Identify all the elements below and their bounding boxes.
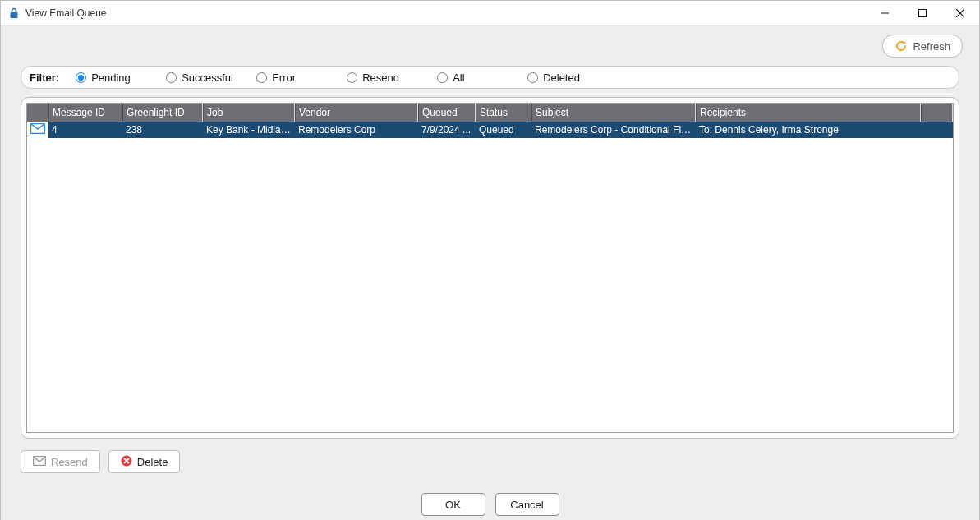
filter-bar: Filter: PendingSuccessfulErrorResendAllD… [21,66,959,89]
refresh-button[interactable]: Refresh [882,35,963,58]
svg-rect-2 [919,10,927,17]
radio-icon [347,72,357,83]
minimize-button[interactable] [866,1,904,25]
cell-status: Queued [476,124,531,136]
svg-rect-0 [11,12,18,18]
delete-button[interactable]: Delete [108,450,181,473]
filter-radio-label: Deleted [543,71,580,84]
col-message-id[interactable]: Message ID [48,104,122,122]
col-subject[interactable]: Subject [531,104,696,122]
close-button[interactable] [941,1,979,25]
cell-queued: 7/9/2024 ... [418,124,476,136]
radio-icon [437,72,448,83]
table-row[interactable]: 4238Key Bank - MidlandRemodelers Corp7/9… [27,122,953,138]
resend-button[interactable]: Resend [21,450,100,473]
filter-label: Filter: [30,71,59,84]
actions-bottom: Resend Delete [1,447,979,473]
window-title: View Email Queue [25,7,107,19]
row-icon-cell [27,122,48,138]
window-controls [866,1,979,25]
resend-label: Resend [51,456,88,468]
cell-greenlight: 238 [122,124,203,136]
filter-radio-pending[interactable]: Pending [76,71,166,84]
filter-radio-label: Pending [91,71,131,84]
cell-job: Key Bank - Midland [203,124,295,136]
filter-radio-all[interactable]: All [437,71,527,84]
col-status[interactable]: Status [476,104,531,122]
grid-body: 4238Key Bank - MidlandRemodelers Corp7/9… [27,122,953,432]
col-greenlight[interactable]: Greenlight ID [122,104,203,122]
titlebar: View Email Queue [1,1,979,26]
cell-vendor: Remodelers Corp [295,124,418,136]
ok-button[interactable]: OK [421,493,485,516]
filter-radio-group: PendingSuccessfulErrorResendAllDeleted [76,71,954,84]
toolbar-top: Refresh [1,26,979,61]
col-end [921,104,953,122]
cancel-button[interactable]: Cancel [495,493,559,516]
resize-grip[interactable] [966,513,978,520]
filter-radio-successful[interactable]: Successful [166,71,256,84]
envelope-icon [33,456,46,468]
filter-radio-deleted[interactable]: Deleted [527,71,618,84]
radio-icon [527,72,538,83]
radio-icon [166,72,177,83]
cell-recipients: To: Dennis Celery, Irma Stronge [696,124,921,136]
cell-subject: Remodelers Corp - Conditional Final W... [531,124,696,136]
dialog-footer: OK Cancel [1,473,979,520]
client-area: Refresh Filter: PendingSuccessfulErrorRe… [1,26,979,520]
col-queued[interactable]: Queued [418,104,476,122]
delete-label: Delete [137,456,168,468]
lock-icon [7,7,21,20]
grid-header: Message ID Greenlight ID Job Vendor Queu… [27,104,953,122]
filter-radio-label: Error [272,71,296,84]
radio-icon [76,72,86,83]
envelope-icon [30,123,45,136]
window-frame: View Email Queue Re [0,0,980,520]
col-icon[interactable] [27,104,48,122]
radio-icon [256,72,267,83]
grid-panel: Message ID Greenlight ID Job Vendor Queu… [21,97,959,439]
filter-radio-label: Resend [362,71,399,84]
col-job[interactable]: Job [203,104,295,122]
filter-radio-resend[interactable]: Resend [347,71,437,84]
refresh-icon [895,39,908,53]
filter-radio-error[interactable]: Error [256,71,347,84]
col-recipients[interactable]: Recipients [696,104,921,122]
filter-radio-label: All [453,71,464,84]
email-queue-grid[interactable]: Message ID Greenlight ID Job Vendor Queu… [26,103,954,433]
cell-message-id: 4 [48,124,122,136]
refresh-label: Refresh [913,40,950,53]
filter-radio-label: Successful [182,71,233,84]
delete-icon [121,455,132,469]
maximize-button[interactable] [904,1,941,25]
col-vendor[interactable]: Vendor [295,104,418,122]
